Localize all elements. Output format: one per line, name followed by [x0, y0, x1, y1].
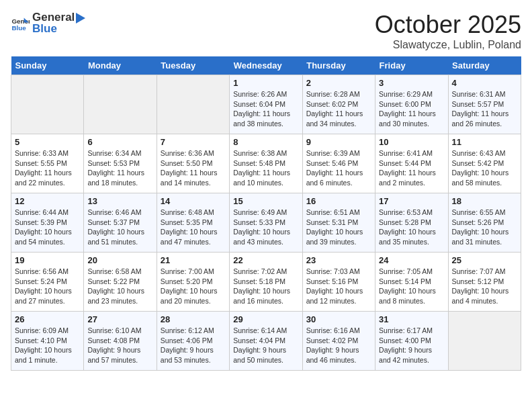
- day-number: 19: [15, 255, 80, 265]
- day-number: 31: [379, 314, 444, 324]
- weekday-header-tuesday: Tuesday: [157, 56, 229, 75]
- sunset-text: Sunset: 5:26 PM: [452, 218, 517, 228]
- sunset-text: Sunset: 4:08 PM: [87, 336, 152, 346]
- sunrise-text: Sunrise: 6:17 AM: [379, 326, 444, 336]
- sunset-text: Sunset: 5:44 PM: [379, 158, 444, 169]
- svg-text:Blue: Blue: [11, 24, 26, 31]
- day-number: 23: [306, 255, 371, 265]
- daylight-text: Daylight: 9 hours and 53 minutes.: [161, 345, 226, 365]
- sunset-text: Sunset: 5:39 PM: [15, 218, 80, 228]
- day-info: Sunrise: 7:07 AMSunset: 5:12 PMDaylight:…: [452, 267, 517, 306]
- week-row-4: 19Sunrise: 6:56 AMSunset: 5:24 PMDayligh…: [11, 253, 521, 312]
- daylight-text: Daylight: 10 hours and 20 minutes.: [161, 286, 226, 306]
- calendar-cell: 13Sunrise: 6:46 AMSunset: 5:37 PMDayligh…: [84, 193, 157, 253]
- daylight-text: Daylight: 11 hours and 30 minutes.: [379, 109, 444, 128]
- day-info: Sunrise: 6:17 AMSunset: 4:00 PMDaylight:…: [379, 326, 444, 365]
- day-number: 24: [379, 255, 444, 265]
- sunset-text: Sunset: 6:00 PM: [379, 99, 444, 109]
- calendar-table: SundayMondayTuesdayWednesdayThursdayFrid…: [11, 56, 521, 371]
- weekday-header-thursday: Thursday: [302, 56, 375, 75]
- day-info: Sunrise: 6:14 AMSunset: 4:04 PMDaylight:…: [233, 326, 298, 365]
- day-info: Sunrise: 6:49 AMSunset: 5:33 PMDaylight:…: [233, 208, 298, 247]
- day-number: 5: [15, 137, 80, 147]
- day-info: Sunrise: 6:34 AMSunset: 5:53 PMDaylight:…: [87, 148, 152, 188]
- day-number: 1: [233, 78, 298, 88]
- day-number: 22: [233, 255, 298, 265]
- daylight-text: Daylight: 9 hours and 50 minutes.: [233, 345, 298, 365]
- daylight-text: Daylight: 11 hours and 38 minutes.: [233, 109, 298, 128]
- day-info: Sunrise: 7:02 AMSunset: 5:18 PMDaylight:…: [233, 267, 298, 306]
- day-number: 21: [161, 255, 226, 265]
- sunrise-text: Sunrise: 6:33 AM: [15, 148, 80, 158]
- day-number: 6: [87, 137, 152, 147]
- daylight-text: Daylight: 10 hours and 12 minutes.: [306, 286, 371, 306]
- week-row-5: 26Sunrise: 6:09 AMSunset: 4:10 PMDayligh…: [11, 312, 521, 371]
- daylight-text: Daylight: 11 hours and 22 minutes.: [15, 168, 80, 187]
- day-number: 8: [233, 137, 298, 147]
- calendar-cell: [84, 75, 157, 134]
- sunset-text: Sunset: 5:24 PM: [15, 277, 80, 287]
- sunset-text: Sunset: 5:48 PM: [233, 158, 298, 169]
- week-row-2: 5Sunrise: 6:33 AMSunset: 5:55 PMDaylight…: [11, 134, 521, 193]
- daylight-text: Daylight: 9 hours and 57 minutes.: [87, 345, 152, 365]
- calendar-cell: [448, 312, 521, 371]
- sunset-text: Sunset: 5:16 PM: [306, 277, 371, 287]
- daylight-text: Daylight: 10 hours and 27 minutes.: [15, 286, 80, 306]
- calendar-cell: 20Sunrise: 6:58 AMSunset: 5:22 PMDayligh…: [84, 253, 157, 312]
- weekday-header-friday: Friday: [375, 56, 448, 75]
- sunset-text: Sunset: 4:02 PM: [306, 336, 371, 346]
- sunrise-text: Sunrise: 7:07 AM: [452, 267, 517, 277]
- weekday-header-monday: Monday: [84, 56, 157, 75]
- day-info: Sunrise: 6:58 AMSunset: 5:22 PMDaylight:…: [87, 267, 152, 306]
- sunrise-text: Sunrise: 7:00 AM: [161, 267, 226, 277]
- calendar-cell: 15Sunrise: 6:49 AMSunset: 5:33 PMDayligh…: [230, 193, 302, 253]
- sunrise-text: Sunrise: 6:43 AM: [452, 148, 517, 158]
- day-info: Sunrise: 7:05 AMSunset: 5:14 PMDaylight:…: [379, 267, 444, 306]
- day-info: Sunrise: 6:55 AMSunset: 5:26 PMDaylight:…: [452, 208, 517, 247]
- daylight-text: Daylight: 10 hours and 47 minutes.: [161, 227, 226, 246]
- sunset-text: Sunset: 5:14 PM: [379, 277, 444, 287]
- daylight-text: Daylight: 11 hours and 18 minutes.: [87, 168, 152, 187]
- day-info: Sunrise: 6:26 AMSunset: 6:04 PMDaylight:…: [233, 89, 298, 129]
- calendar-cell: 21Sunrise: 7:00 AMSunset: 5:20 PMDayligh…: [157, 253, 229, 312]
- day-number: 3: [379, 78, 444, 88]
- sunrise-text: Sunrise: 6:46 AM: [87, 208, 152, 218]
- day-info: Sunrise: 6:51 AMSunset: 5:31 PMDaylight:…: [306, 208, 371, 247]
- sunset-text: Sunset: 4:06 PM: [161, 336, 226, 346]
- sunrise-text: Sunrise: 6:28 AM: [306, 89, 371, 99]
- daylight-text: Daylight: 10 hours and 35 minutes.: [379, 227, 444, 246]
- calendar-cell: [157, 75, 229, 134]
- day-number: 14: [161, 196, 226, 206]
- day-number: 30: [306, 314, 371, 324]
- day-number: 2: [306, 78, 371, 88]
- day-number: 4: [452, 78, 517, 88]
- calendar-cell: 4Sunrise: 6:31 AMSunset: 5:57 PMDaylight…: [448, 75, 521, 134]
- sunrise-text: Sunrise: 6:36 AM: [161, 148, 226, 158]
- day-number: 11: [452, 137, 517, 147]
- sunset-text: Sunset: 5:50 PM: [161, 158, 226, 169]
- svg-marker-3: [76, 13, 85, 24]
- daylight-text: Daylight: 11 hours and 2 minutes.: [379, 168, 444, 187]
- sunrise-text: Sunrise: 6:38 AM: [233, 148, 298, 158]
- sunrise-text: Sunrise: 6:31 AM: [452, 89, 517, 99]
- day-info: Sunrise: 6:44 AMSunset: 5:39 PMDaylight:…: [15, 208, 80, 247]
- sunrise-text: Sunrise: 6:53 AM: [379, 208, 444, 218]
- day-number: 15: [233, 196, 298, 206]
- sunset-text: Sunset: 5:33 PM: [233, 218, 298, 228]
- daylight-text: Daylight: 11 hours and 26 minutes.: [452, 109, 517, 128]
- day-info: Sunrise: 6:28 AMSunset: 6:02 PMDaylight:…: [306, 89, 371, 129]
- daylight-text: Daylight: 10 hours and 23 minutes.: [87, 286, 152, 306]
- daylight-text: Daylight: 10 hours and 58 minutes.: [452, 168, 517, 187]
- day-info: Sunrise: 6:48 AMSunset: 5:35 PMDaylight:…: [161, 208, 226, 247]
- calendar-cell: 24Sunrise: 7:05 AMSunset: 5:14 PMDayligh…: [375, 253, 448, 312]
- daylight-text: Daylight: 10 hours and 31 minutes.: [452, 227, 517, 246]
- day-info: Sunrise: 6:41 AMSunset: 5:44 PMDaylight:…: [379, 148, 444, 188]
- calendar-cell: 18Sunrise: 6:55 AMSunset: 5:26 PMDayligh…: [448, 193, 521, 253]
- sunrise-text: Sunrise: 6:56 AM: [15, 267, 80, 277]
- daylight-text: Daylight: 10 hours and 39 minutes.: [306, 227, 371, 246]
- sunset-text: Sunset: 4:10 PM: [15, 336, 80, 346]
- sunrise-text: Sunrise: 6:26 AM: [233, 89, 298, 99]
- calendar-cell: 30Sunrise: 6:16 AMSunset: 4:02 PMDayligh…: [302, 312, 375, 371]
- sunrise-text: Sunrise: 6:29 AM: [379, 89, 444, 99]
- calendar-cell: 28Sunrise: 6:12 AMSunset: 4:06 PMDayligh…: [157, 312, 229, 371]
